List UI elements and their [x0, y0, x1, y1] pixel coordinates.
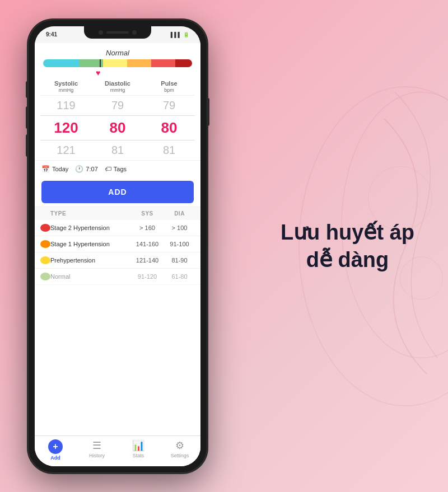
nav-item-add[interactable]: + Add: [35, 439, 76, 461]
add-nav-icon: +: [48, 439, 63, 454]
bp-th-dia: DIA: [164, 210, 195, 217]
bp-dia-2: 81-90: [164, 257, 195, 264]
bp-type-name-0: Stage 2 Hypertension: [50, 224, 130, 231]
phone-notch: [84, 26, 151, 39]
phone-frame: 9:41 ▌▌▌ 🔋 Normal ♥: [28, 20, 207, 473]
signal-icon: ▌▌▌: [171, 32, 181, 38]
tag-icon: 🏷: [105, 165, 111, 173]
bp-type-name-1: Stage 1 Hypertension: [50, 241, 130, 247]
picker-cell-sys-2: 120: [40, 117, 92, 139]
date-label: Today: [52, 166, 68, 172]
meta-row: 📅 Today 🕐 7:07 🏷 Tags: [35, 160, 200, 177]
clock-icon: 🕐: [75, 165, 83, 173]
picker-row-2[interactable]: 120 80 80: [40, 115, 195, 140]
power-button: [207, 98, 209, 126]
bp-sys-2: 121-140: [130, 257, 164, 264]
number-picker[interactable]: Systolic mmHg Diastolic mmHg Pulse bpm: [35, 80, 200, 161]
bp-row-3: Normal 91-120 61-80: [35, 269, 200, 285]
nav-item-settings[interactable]: ⚙ Settings: [159, 439, 200, 461]
picker-headers: Systolic mmHg Diastolic mmHg Pulse bpm: [40, 80, 195, 96]
bp-dot-2: [40, 256, 50, 264]
meta-date[interactable]: 📅 Today: [41, 165, 68, 173]
gauge-seg-red-dark: [175, 59, 192, 67]
picker-cell-dia-1: 79: [92, 97, 143, 114]
picker-row-3: 121 81 81: [40, 140, 195, 160]
bp-th-type: TYPE: [50, 210, 130, 217]
tags-label: Tags: [114, 166, 127, 172]
volume-up-button: [26, 106, 28, 129]
nav-item-stats[interactable]: 📊 Stats: [118, 439, 159, 461]
nav-item-history[interactable]: ☰ History: [76, 439, 118, 461]
meta-tags[interactable]: 🏷 Tags: [105, 165, 127, 173]
bp-row-2: Prehypertension 121-140 81-90: [35, 252, 200, 269]
gauge-seg-yellow: [103, 59, 127, 67]
bp-sys-3: 91-120: [130, 273, 164, 280]
nav-label-settings: Settings: [171, 453, 189, 458]
picker-row-1: 119 79 79: [40, 96, 195, 115]
bp-type-name-2: Prehypertension: [50, 257, 130, 264]
bp-type-name-3: Normal: [50, 273, 130, 280]
bp-dot-3: [40, 273, 50, 280]
camera-dot: [99, 30, 103, 35]
nav-label-stats: Stats: [133, 453, 144, 458]
bp-sys-1: 141-160: [130, 241, 164, 247]
history-icon: ☰: [92, 439, 101, 452]
settings-icon: ⚙: [175, 439, 184, 452]
bp-dot-0: [40, 224, 50, 232]
sensor-dot: [132, 30, 137, 35]
promo-line2: dễ dàng: [281, 246, 414, 274]
bottom-nav: + Add ☰ History 📊 Stats ⚙ Settings: [35, 435, 200, 466]
gauge-seg-orange: [127, 59, 151, 67]
gauge-label: Normal: [43, 49, 192, 57]
bp-row-0: Stage 2 Hypertension > 160 > 100: [35, 220, 200, 236]
status-icons: ▌▌▌ 🔋: [171, 32, 189, 38]
time-label: 7:07: [86, 166, 97, 172]
app-content: Normal ♥ Systolic mmHg: [35, 43, 200, 466]
picker-cell-dia-2: 80: [92, 117, 143, 139]
picker-cell-sys-3: 121: [40, 142, 92, 159]
bp-dia-0: > 100: [164, 224, 195, 231]
bp-sys-0: > 160: [130, 224, 164, 231]
bp-gauge-section: Normal ♥: [35, 43, 200, 80]
picker-cell-pul-2: 80: [143, 117, 195, 139]
picker-cell-pul-1: 79: [143, 97, 195, 114]
stats-icon: 📊: [132, 439, 144, 452]
nav-label-add: Add: [50, 455, 60, 461]
bp-row-1: Stage 1 Hypertension 141-160 91-100: [35, 236, 200, 252]
bp-dot-1: [40, 240, 50, 248]
meta-time[interactable]: 🕐 7:07: [75, 165, 97, 173]
status-time: 9:41: [46, 31, 57, 38]
volume-down-button: [26, 134, 28, 157]
gauge-seg-blue: [43, 59, 79, 67]
picker-header-pulse: Pulse bpm: [143, 80, 195, 93]
bp-th-dot: [40, 210, 50, 217]
picker-cell-sys-1: 119: [40, 97, 92, 114]
gauge-seg-red-light: [151, 59, 175, 67]
add-button[interactable]: ADD: [41, 181, 194, 203]
picker-cell-pul-3: 81: [143, 142, 195, 159]
bp-dia-1: 91-100: [164, 241, 195, 247]
bp-th-sys: SYS: [130, 210, 164, 217]
picker-rows: 119 79 79 120 80 80 121 81 81: [40, 96, 195, 160]
bp-dia-3: 61-80: [164, 273, 195, 280]
picker-cell-dia-3: 81: [92, 142, 143, 159]
gauge-bar: [43, 59, 192, 67]
promo-line1: Lưu huyết áp: [281, 218, 414, 246]
nav-label-history: History: [89, 453, 105, 458]
speaker-bar: [106, 31, 129, 34]
picker-header-systolic: Systolic mmHg: [40, 80, 92, 93]
promo-text: Lưu huyết áp dễ dàng: [281, 218, 414, 274]
bp-table-header: TYPE SYS DIA: [35, 207, 200, 220]
bp-table: TYPE SYS DIA Stage 2 Hypertension > 160 …: [35, 207, 200, 435]
picker-header-diastolic: Diastolic mmHg: [92, 80, 143, 93]
calendar-icon: 📅: [41, 165, 50, 173]
battery-icon: 🔋: [183, 32, 189, 38]
heart-icon: ♥: [43, 68, 192, 77]
bp-rows-container: Stage 2 Hypertension > 160 > 100 Stage 1…: [35, 220, 200, 285]
mute-button: [26, 81, 28, 98]
gauge-indicator: [100, 59, 101, 67]
phone-screen: 9:41 ▌▌▌ 🔋 Normal ♥: [35, 26, 200, 466]
